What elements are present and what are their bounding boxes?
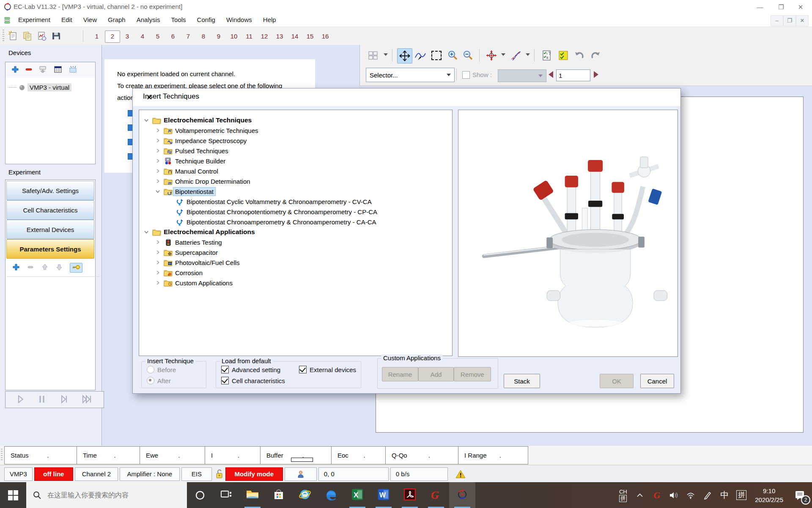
- new-settings-button[interactable]: [7, 30, 19, 42]
- tree-item-supercapacitor[interactable]: Supercapacitor: [139, 247, 452, 257]
- cell-characteristics-checkbox[interactable]: Cell characteristics: [221, 377, 285, 384]
- device-tree-item[interactable]: VMP3 - virtual: [9, 83, 71, 91]
- ime-chinese-indicator[interactable]: 中: [716, 482, 733, 508]
- menu-graph[interactable]: Graph: [102, 14, 131, 25]
- slope-button[interactable]: [509, 48, 523, 63]
- close-button[interactable]: ✕: [791, 0, 810, 14]
- save-button[interactable]: [50, 30, 63, 42]
- chevron-right-icon[interactable]: [153, 240, 162, 245]
- search-input[interactable]: [47, 491, 175, 500]
- chevron-right-icon[interactable]: [153, 148, 162, 153]
- channel-button-7[interactable]: 7: [181, 30, 195, 42]
- channel-button-4[interactable]: 4: [135, 30, 150, 42]
- chevron-down-icon[interactable]: [142, 229, 151, 235]
- add-parameter-button[interactable]: [12, 263, 20, 272]
- next-page-button[interactable]: [593, 70, 599, 80]
- menu-view[interactable]: View: [78, 14, 102, 25]
- mdi-restore-button[interactable]: ❐: [783, 15, 796, 26]
- ime-pinyin-indicator[interactable]: 拼: [733, 482, 750, 508]
- tree-item-batteries-testing[interactable]: Batteries Testing: [139, 237, 452, 247]
- cell-characteristics-button[interactable]: Cell Characteristics: [6, 200, 94, 220]
- advanced-key-button[interactable]: [70, 263, 82, 273]
- taskbar-search[interactable]: [26, 482, 187, 508]
- taskbar-app-excel[interactable]: X: [344, 482, 370, 508]
- remove-parameter-button[interactable]: [27, 263, 34, 272]
- zoom-box-button[interactable]: [429, 48, 444, 63]
- chevron-right-icon[interactable]: [153, 179, 162, 184]
- menu-windows[interactable]: Windows: [221, 14, 258, 25]
- zoom-out-button[interactable]: [461, 48, 475, 63]
- page-input[interactable]: [556, 69, 590, 81]
- external-devices-button[interactable]: External Devices: [6, 220, 94, 239]
- mdi-minimize-button[interactable]: –: [771, 15, 783, 26]
- menu-experiment[interactable]: Experiment: [13, 14, 56, 25]
- next-button[interactable]: [60, 395, 69, 405]
- cancel-button[interactable]: Cancel: [640, 374, 674, 388]
- restore-button[interactable]: ❐: [771, 0, 791, 14]
- chevron-right-icon[interactable]: [153, 260, 162, 265]
- tree-item-custom-applications[interactable]: Custom Applications: [139, 278, 452, 288]
- volume-icon[interactable]: [665, 482, 682, 508]
- flash-firmware-button[interactable]: [68, 66, 77, 75]
- chevron-down-icon[interactable]: [153, 189, 162, 194]
- move-down-button[interactable]: [55, 263, 63, 272]
- channel-button-15[interactable]: 15: [303, 30, 317, 42]
- pause-button[interactable]: [38, 395, 47, 405]
- pan-button[interactable]: [397, 48, 412, 64]
- tree-item-electrochemical-techniques[interactable]: Electrochemical Techniques: [139, 115, 452, 125]
- graph-layout-dropdown[interactable]: [384, 53, 388, 56]
- tree-item-bipotentiostat-chronopotentiometry-chronoamperometry-cp-ca[interactable]: Bipotentiostat Chronopotentiometry & Chr…: [139, 207, 452, 217]
- advanced-setting-checkbox[interactable]: Advanced setting: [221, 366, 280, 373]
- channel-button-8[interactable]: 8: [196, 30, 211, 42]
- taskbar-app-task-view[interactable]: [213, 482, 239, 508]
- tray-language-indicator[interactable]: CH 拼: [614, 482, 631, 508]
- play-button[interactable]: [16, 395, 25, 405]
- channel-button-13[interactable]: 13: [272, 30, 287, 42]
- tree-item-manual-control[interactable]: Manual Control: [139, 166, 452, 176]
- taskbar-app-g-app[interactable]: G: [423, 482, 449, 508]
- tree-item-corrosion[interactable]: Corrosion: [139, 268, 452, 278]
- menu-help[interactable]: Help: [258, 14, 282, 25]
- notification-center-button[interactable]: 2: [788, 482, 812, 508]
- move-up-button[interactable]: [41, 263, 49, 272]
- menu-tools[interactable]: Tools: [166, 14, 192, 25]
- tree-item-pulsed-techniques[interactable]: Pulsed Techniques: [139, 146, 452, 156]
- chevron-right-icon[interactable]: [153, 270, 162, 275]
- taskbar-app-acrobat[interactable]: [397, 482, 423, 508]
- remove-button[interactable]: Remove: [454, 367, 491, 381]
- tree-item-bipotentiostat-chronoamperometry-chronoamperometry-ca-ca[interactable]: Bipotentiostat Chronoamperometry & Chron…: [139, 217, 452, 227]
- tray-g-app-icon[interactable]: G: [648, 482, 665, 508]
- undo-button[interactable]: [572, 48, 587, 63]
- rename-button[interactable]: Rename: [382, 367, 418, 381]
- tree-item-bipotentiostat[interactable]: Bipotentiostat: [139, 186, 452, 196]
- slope-dropdown[interactable]: [526, 53, 530, 56]
- mdi-close-button[interactable]: ✕: [796, 15, 809, 26]
- after-radio[interactable]: After: [147, 377, 171, 384]
- stack-button[interactable]: Stack: [504, 374, 540, 388]
- tree-item-photovoltaic-fuel-cells[interactable]: Photovoltaic/Fuel Cells: [139, 257, 452, 268]
- chevron-right-icon[interactable]: [153, 168, 162, 174]
- menu-analysis[interactable]: Analysis: [131, 14, 166, 25]
- channel-button-16[interactable]: 16: [318, 30, 332, 42]
- pen-icon[interactable]: [699, 482, 716, 508]
- menu-config[interactable]: Config: [192, 14, 221, 25]
- channel-button-12[interactable]: 12: [257, 30, 272, 42]
- redo-button[interactable]: [588, 48, 603, 63]
- graph-layout-button[interactable]: [366, 48, 380, 63]
- chevron-right-icon[interactable]: [153, 128, 162, 133]
- trace-select-button[interactable]: [413, 48, 428, 63]
- ok-button[interactable]: OK: [600, 374, 634, 388]
- chevron-right-icon[interactable]: [153, 138, 162, 143]
- prev-page-button[interactable]: [548, 70, 554, 80]
- chevron-down-icon[interactable]: [142, 118, 151, 123]
- channels-table-button[interactable]: [54, 66, 62, 75]
- taskbar-app-internet-explorer[interactable]: [292, 482, 318, 508]
- channel-button-1[interactable]: 1: [90, 30, 104, 42]
- channel-button-14[interactable]: 14: [288, 30, 302, 42]
- taskbar-clock[interactable]: 9:10 2020/2/25: [750, 486, 788, 504]
- channel-button-6[interactable]: 6: [166, 30, 180, 42]
- add-device-button[interactable]: [11, 66, 19, 75]
- channel-button-10[interactable]: 10: [227, 30, 241, 42]
- menu-edit[interactable]: Edit: [56, 14, 78, 25]
- autoscale-button[interactable]: [484, 48, 499, 63]
